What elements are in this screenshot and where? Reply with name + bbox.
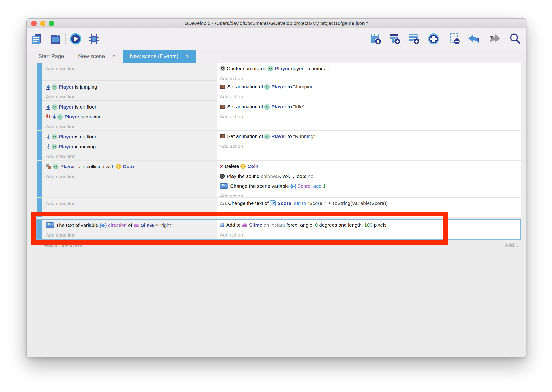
event-drag-bar[interactable] xyxy=(36,101,42,130)
condition-text: Slime xyxy=(141,222,154,228)
player-icon xyxy=(52,144,57,149)
tab-new-scene-events[interactable]: New scene (Events) × xyxy=(123,50,196,63)
add-action-button[interactable]: Add action xyxy=(220,76,243,81)
action-text: 1 xyxy=(323,183,326,189)
add-action-button[interactable]: Add action xyxy=(220,193,243,197)
action-item[interactable]: txtChange the text of TxScore: set to "S… xyxy=(220,198,521,208)
actions-cell[interactable]: ×Delete CoinPlay the sound coin.wav, vol… xyxy=(217,161,521,197)
titlebar: GDevelop 5 - /Users/david/Documents/GDev… xyxy=(27,19,526,28)
event-row[interactable]: Player is on floorPlayer is movingAdd co… xyxy=(36,131,521,161)
condition-item[interactable]: Player is jumping xyxy=(46,82,217,92)
conditions-cell[interactable]: Add condition xyxy=(42,198,217,217)
event-row[interactable]: Player is jumpingAdd conditionSet animat… xyxy=(36,81,521,101)
event-row[interactable]: Player is on floor↻Player is movingAdd c… xyxy=(36,101,521,131)
play-button[interactable] xyxy=(69,33,82,45)
condition-item[interactable]: VarThe text of variable {◆}direction of … xyxy=(46,220,217,230)
action-text: "Idle" xyxy=(293,104,305,109)
condition-add-line: Add condition xyxy=(46,171,217,181)
search-icon xyxy=(509,42,522,46)
redo-button[interactable] xyxy=(487,33,501,45)
add-condition-button[interactable]: Add condition xyxy=(46,124,76,129)
conditions-cell[interactable]: Player is on floorPlayer is movingAdd co… xyxy=(42,131,217,160)
event-row[interactable]: Add conditiontxtChange the text of TxSco… xyxy=(36,198,521,217)
event-drag-bar[interactable] xyxy=(36,131,42,160)
action-item[interactable]: VarChange the scene variable {▸}Score: a… xyxy=(220,181,521,191)
action-text: Coin xyxy=(248,163,259,169)
action-item[interactable]: Set animation of Player to "Running" xyxy=(220,132,521,141)
add-condition-button[interactable]: Add condition xyxy=(46,94,76,99)
condition-text: is moving xyxy=(79,114,102,119)
add-event-button[interactable] xyxy=(369,32,382,45)
event-drag-bar[interactable] xyxy=(36,198,42,217)
debug-button[interactable] xyxy=(88,33,100,45)
action-item[interactable]: Set animation of Player to "Idle" xyxy=(220,102,521,112)
add-new-event-button[interactable]: Add a new event xyxy=(44,242,82,248)
event-row[interactable]: VarThe text of variable {◆}direction of … xyxy=(36,219,521,240)
actions-cell[interactable]: txtChange the text of TxScore: set to "S… xyxy=(217,198,521,217)
add-action-button[interactable]: Add action xyxy=(220,210,243,216)
add-condition-button[interactable]: Add condition xyxy=(46,201,76,206)
close-icon[interactable]: × xyxy=(112,53,116,60)
add-action-button[interactable]: Add action xyxy=(220,143,243,149)
close-icon[interactable]: × xyxy=(185,53,189,60)
scene-editor-button[interactable] xyxy=(49,33,62,45)
actions-cell[interactable]: Set animation of Player to "Idle"Add act… xyxy=(217,101,521,130)
event-rows: Add conditionCenter camera on Player (la… xyxy=(36,63,521,240)
conditions-cell[interactable]: Player is in collision with CoinAdd cond… xyxy=(42,161,217,197)
event-drag-bar[interactable] xyxy=(36,161,42,197)
add-action-button[interactable]: Add action xyxy=(220,232,243,238)
action-text: , vol.: , loop: xyxy=(280,173,308,179)
sound-icon xyxy=(220,174,225,179)
condition-item[interactable]: Player is on floor xyxy=(46,132,217,142)
event-drag-bar[interactable] xyxy=(36,63,42,81)
event-drag-bar[interactable] xyxy=(36,219,42,239)
player-icon xyxy=(264,104,270,110)
project-manager-button[interactable] xyxy=(31,33,43,45)
action-text: : xyxy=(291,201,294,206)
tab-new-scene[interactable]: New scene × xyxy=(71,50,123,63)
condition-item[interactable]: Player is in collision with Coin xyxy=(46,162,217,171)
events-tree-lines xyxy=(27,63,36,357)
add-condition-button[interactable]: Add condition xyxy=(46,232,76,238)
add-comment-button[interactable] xyxy=(408,32,421,45)
tab-start-page[interactable]: Start Page xyxy=(31,50,71,63)
choose-event-button[interactable] xyxy=(427,32,440,45)
add-action-button[interactable]: Add action xyxy=(220,94,243,99)
actions-cell[interactable]: Set animation of Player to "Jumping"Add … xyxy=(217,81,521,101)
action-item[interactable]: Play the sound coin.wav, vol.: , loop: n… xyxy=(220,171,521,181)
actions-cell[interactable]: Center camera on Player (layer: , camera… xyxy=(217,63,521,81)
condition-item[interactable]: Player is moving xyxy=(46,142,217,152)
action-add-line: Add action xyxy=(220,208,521,217)
action-item[interactable]: Center camera on Player (layer: , camera… xyxy=(220,64,521,73)
event-row[interactable]: Add conditionCenter camera on Player (la… xyxy=(36,63,521,81)
close-window-button[interactable] xyxy=(31,21,36,26)
add-subevent-button[interactable] xyxy=(388,32,401,45)
conditions-cell[interactable]: Player is jumpingAdd condition xyxy=(42,81,217,101)
event-row[interactable]: Player is in collision with CoinAdd cond… xyxy=(36,161,521,198)
action-item[interactable]: Set animation of Player to "Jumping" xyxy=(220,82,521,92)
action-item[interactable]: Add to Slime an instant force, angle: 0 … xyxy=(220,220,521,230)
event-drag-bar[interactable] xyxy=(36,81,42,101)
add-action-button[interactable]: Add action xyxy=(220,114,243,119)
conditions-cell[interactable]: Player is on floor↻Player is movingAdd c… xyxy=(42,101,217,130)
conditions-cell[interactable]: Add condition xyxy=(42,63,217,81)
conditions-cell[interactable]: VarThe text of variable {◆}direction of … xyxy=(42,219,217,239)
actions-cell[interactable]: Set animation of Player to "Running"Add … xyxy=(217,131,521,160)
minimize-window-button[interactable] xyxy=(40,21,45,26)
action-text: to xyxy=(286,133,293,139)
delete-event-button[interactable] xyxy=(448,32,461,45)
add-comment-icon xyxy=(408,43,421,46)
action-text: Set animation of xyxy=(227,84,264,89)
condition-item[interactable]: Player is on floor xyxy=(46,102,217,112)
add-condition-button[interactable]: Add condition xyxy=(46,154,76,159)
search-button[interactable] xyxy=(509,33,522,45)
undo-button[interactable] xyxy=(468,33,481,45)
zoom-window-button[interactable] xyxy=(49,21,54,26)
action-item[interactable]: ×Delete Coin xyxy=(220,161,521,171)
add-button[interactable]: Add... xyxy=(505,242,518,248)
actions-cell[interactable]: Add to Slime an instant force, angle: 0 … xyxy=(217,219,521,239)
coin-icon xyxy=(241,164,246,169)
condition-item[interactable]: ↻Player is moving xyxy=(46,112,217,122)
add-condition-button[interactable]: Add condition xyxy=(46,174,76,179)
add-condition-button[interactable]: Add condition xyxy=(46,66,76,71)
